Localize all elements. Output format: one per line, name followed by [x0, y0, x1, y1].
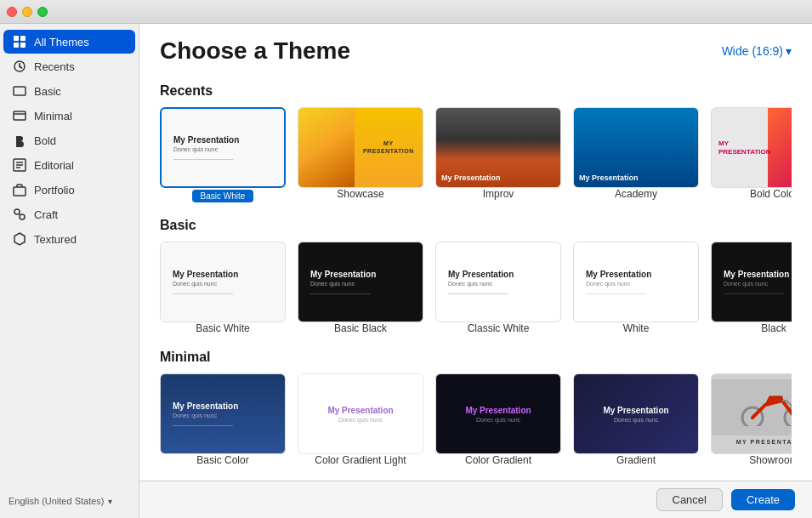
thumb-title: My Presentation [724, 270, 792, 279]
theme-card-showroom[interactable]: MY PRESENTATION Showroom [711, 373, 792, 466]
sidebar-item-all-themes[interactable]: All Themes [3, 30, 135, 54]
maximize-button[interactable] [37, 7, 48, 17]
sidebar-item-label: Basic [34, 85, 61, 98]
sidebar-item-editorial[interactable]: Editorial [3, 153, 135, 177]
theme-label-color-gradient: Color Gradient [465, 454, 531, 466]
sidebar-item-basic[interactable]: Basic [3, 79, 135, 103]
thumb-subtitle: Donec quis nunc [173, 413, 273, 418]
theme-label-gradient: Gradient [616, 454, 656, 466]
locale-label: English (United States) [9, 496, 105, 506]
locale-chevron: ▾ [108, 497, 112, 506]
thumb-line [173, 159, 233, 160]
theme-thumb-showcase[interactable]: MYPRESENTATION [298, 107, 423, 188]
thumb-line [724, 293, 784, 294]
thumb-title: My Presentation [173, 270, 273, 279]
bold-icon [12, 133, 27, 148]
sidebar-item-portfolio[interactable]: Portfolio [3, 178, 135, 202]
recents-section: Recents My Presentation Donec quis nunc … [160, 83, 792, 206]
svg-point-13 [14, 209, 20, 214]
recents-icon [12, 59, 27, 74]
thumb-subtitle: Donec quis nunc [476, 417, 520, 423]
theme-thumb-gradient[interactable]: My Presentation Donec quis nunc [573, 373, 699, 454]
selected-badge: Basic White [192, 190, 254, 202]
sidebar-item-craft[interactable]: Craft [3, 202, 135, 226]
all-themes-icon [12, 34, 27, 49]
theme-thumb-academy[interactable]: My Presentation [573, 107, 699, 188]
sidebar-item-minimal[interactable]: Minimal [3, 104, 135, 128]
theme-card-basic-white-recent[interactable]: My Presentation Donec quis nunc Basic Wh… [160, 107, 286, 202]
thumb-title: My Presentation [173, 401, 273, 411]
theme-card-classic-white[interactable]: My Presentation Donec quis nunc Classic … [435, 242, 561, 334]
thumb-subtitle: Donec quis nunc [173, 281, 273, 287]
showcase-thumb-text: MYPRESENTATION [363, 140, 414, 155]
thumb-line [448, 293, 508, 294]
theme-thumb-color-gradient-light[interactable]: My Presentation Donec quis nunc [298, 373, 423, 454]
theme-card-color-gradient-light[interactable]: My Presentation Donec quis nunc Color Gr… [298, 373, 423, 466]
sidebar-item-bold[interactable]: Bold [3, 128, 135, 152]
theme-card-showcase[interactable]: MYPRESENTATION Showcase [298, 107, 423, 202]
thumb-subtitle: Donec quis nunc [173, 146, 272, 152]
theme-label-academy: Academy [615, 188, 657, 200]
aspect-ratio-selector[interactable]: Wide (16:9) ▾ [722, 44, 792, 58]
thumb-line [173, 425, 233, 426]
theme-thumb-basic-black[interactable]: My Presentation Donec quis nunc [298, 242, 423, 322]
theme-thumb-classic-white[interactable]: My Presentation Donec quis nunc [435, 242, 561, 322]
sidebar-item-label: All Themes [34, 36, 89, 48]
basic-icon [12, 83, 27, 99]
showroom-bike-area [712, 379, 792, 436]
sidebar-item-label: Recents [34, 60, 75, 73]
thumb-line [173, 293, 233, 294]
showroom-thumb-text: MY PRESENTATION [733, 435, 792, 448]
theme-card-basic-white[interactable]: My Presentation Donec quis nunc Basic Wh… [160, 242, 286, 334]
thumb-title: My Presentation [603, 406, 668, 415]
main-content-area: Choose a Theme Wide (16:9) ▾ Recents My … [139, 24, 812, 518]
sidebar-item-label: Craft [34, 208, 58, 221]
create-button[interactable]: Create [731, 489, 795, 510]
theme-card-basic-color[interactable]: My Presentation Donec quis nunc Basic Co… [160, 373, 286, 466]
main-header: Choose a Theme Wide (16:9) ▾ [139, 24, 812, 71]
sidebar-item-textured[interactable]: Textured [3, 227, 135, 251]
theme-label-showroom: Showroom [749, 454, 792, 466]
theme-card-black[interactable]: My Presentation Donec quis nunc Black [711, 242, 792, 334]
theme-thumb-basic-white-recent[interactable]: My Presentation Donec quis nunc [160, 107, 286, 188]
theme-card-white[interactable]: My Presentation Donec quis nunc White [573, 242, 699, 334]
sidebar-item-recents[interactable]: Recents [3, 54, 135, 78]
theme-card-basic-black[interactable]: My Presentation Donec quis nunc Basic Bl… [298, 242, 423, 334]
sidebar-footer[interactable]: English (United States) ▾ [0, 491, 139, 511]
motorcycle-icon [740, 388, 792, 426]
theme-thumb-white[interactable]: My Presentation Donec quis nunc [573, 242, 699, 322]
theme-label-basic-white: Basic White [196, 322, 249, 334]
theme-label-bold-color: Bold Color [750, 188, 792, 200]
cancel-button[interactable]: Cancel [656, 488, 723, 511]
theme-card-academy[interactable]: My Presentation Academy [573, 107, 699, 202]
theme-card-improv[interactable]: My Presentation Improv [435, 107, 561, 202]
chevron-down-icon: ▾ [786, 44, 792, 58]
thumb-subtitle: Donec quis nunc [310, 281, 411, 287]
theme-thumb-black[interactable]: My Presentation Donec quis nunc [711, 242, 792, 322]
svg-rect-5 [14, 87, 26, 95]
theme-card-bold-color[interactable]: MYPRESENTATION Bold Color [711, 107, 792, 202]
theme-thumb-basic-color[interactable]: My Presentation Donec quis nunc [160, 373, 286, 454]
theme-card-color-gradient[interactable]: My Presentation Donec quis nunc Color Gr… [435, 373, 561, 466]
sidebar-item-label: Textured [34, 233, 77, 246]
thumb-subtitle: Donec quis nunc [338, 417, 383, 423]
theme-thumb-showroom[interactable]: MY PRESENTATION [711, 373, 792, 454]
aspect-ratio-label: Wide (16:9) [722, 44, 783, 58]
svg-rect-3 [20, 43, 26, 48]
improv-thumb-text: My Presentation [441, 174, 555, 182]
portfolio-icon [12, 182, 27, 197]
thumb-subtitle: Donec quis nunc [586, 281, 686, 287]
close-button[interactable] [7, 7, 17, 17]
minimize-button[interactable] [22, 7, 32, 17]
theme-thumb-color-gradient[interactable]: My Presentation Donec quis nunc [435, 373, 561, 454]
editorial-icon [12, 157, 27, 173]
theme-card-gradient[interactable]: My Presentation Donec quis nunc Gradient [573, 373, 699, 466]
theme-thumb-basic-white[interactable]: My Presentation Donec quis nunc [160, 242, 286, 322]
theme-label-classic-white: Classic White [468, 322, 530, 334]
thumb-title: My Presentation [327, 406, 393, 415]
theme-thumb-improv[interactable]: My Presentation [435, 107, 561, 188]
theme-thumb-bold-color[interactable]: MYPRESENTATION [711, 107, 792, 188]
sidebar: All Themes Recents Basic [0, 24, 139, 518]
thumb-subtitle: Donec quis nunc [614, 417, 658, 423]
theme-label-white: White [623, 322, 650, 334]
